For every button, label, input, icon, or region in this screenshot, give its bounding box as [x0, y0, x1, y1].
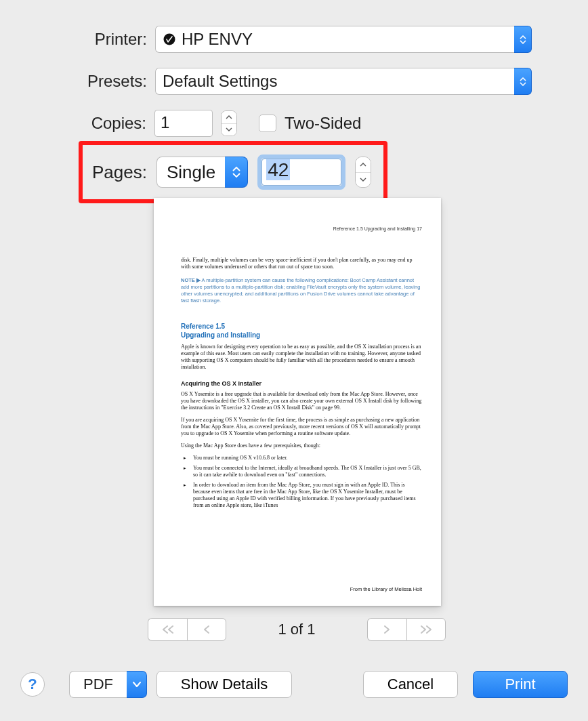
print-preview: Reference 1.5 Upgrading and Installing 1…: [154, 198, 441, 606]
printer-status-icon: [163, 33, 176, 46]
copies-stepper[interactable]: [221, 110, 237, 136]
copies-step-up[interactable]: [222, 111, 236, 124]
preview-nav-back-group: [148, 618, 226, 641]
preview-sub-p1: OS X Yosemite is a free upgrade that is …: [181, 391, 422, 411]
preview-header: Reference 1.5 Upgrading and Installing 1…: [181, 226, 422, 232]
presets-value: Default Settings: [163, 72, 277, 91]
show-details-button[interactable]: Show Details: [156, 671, 292, 698]
preview-section-body: Apple is known for designing every opera…: [181, 344, 422, 371]
preview-bullet: You must be connected to the Internet, i…: [189, 465, 422, 478]
printer-name: HP ENVY: [182, 30, 253, 49]
prev-page-button[interactable]: [187, 618, 226, 641]
preview-lead: disk. Finally, multiple volumes can be v…: [181, 257, 422, 270]
pages-step-down[interactable]: [356, 173, 371, 188]
pages-highlight: Pages: Single 42: [79, 141, 387, 203]
presets-select[interactable]: Default Settings: [155, 68, 514, 95]
svg-point-0: [164, 34, 175, 45]
pages-step-up[interactable]: [356, 157, 371, 173]
copies-label: Copies:: [76, 114, 146, 133]
pdf-menu-button[interactable]: PDF: [69, 671, 127, 698]
preview-bullet: In order to download an item from the Ma…: [189, 482, 422, 509]
preview-footer: From the Library of Melissa Holt: [350, 586, 422, 592]
help-button[interactable]: ?: [20, 672, 45, 697]
last-page-button[interactable]: [406, 618, 446, 641]
preview-bullets: You must be running OS X v10.6.8 or late…: [181, 455, 422, 509]
printer-select[interactable]: HP ENVY: [155, 26, 514, 53]
copies-input[interactable]: 1: [154, 110, 213, 137]
printer-label: Printer:: [82, 30, 147, 49]
preview-sub-p2: If you are acquiring OS X Yosemite for t…: [181, 417, 422, 437]
pages-label: Pages:: [92, 162, 147, 183]
printer-select-arrow[interactable]: [514, 26, 532, 53]
pages-stepper[interactable]: [355, 157, 371, 188]
pdf-menu-arrow[interactable]: [127, 671, 147, 698]
page-indicator: 1 of 1: [278, 621, 315, 638]
next-page-button[interactable]: [367, 618, 406, 641]
two-sided-label: Two-Sided: [285, 114, 361, 133]
cancel-button[interactable]: Cancel: [363, 671, 458, 698]
two-sided-checkbox[interactable]: [259, 115, 276, 132]
pages-mode-arrow[interactable]: [225, 157, 248, 188]
pages-number-input[interactable]: 42: [261, 159, 341, 186]
preview-note: NOTE ▶ A multiple-partition system can c…: [181, 277, 422, 305]
preview-section-heading: Reference 1.5 Upgrading and Installing: [181, 322, 422, 339]
preview-subhead: Acquiring the OS X Installer: [181, 380, 422, 388]
print-button[interactable]: Print: [473, 671, 568, 698]
preview-nav-forward-group: [367, 618, 446, 641]
presets-label: Presets:: [82, 72, 147, 91]
copies-step-down[interactable]: [222, 124, 236, 136]
pages-mode-select[interactable]: Single: [156, 157, 225, 188]
preview-bullet: You must be running OS X v10.6.8 or late…: [189, 455, 422, 461]
first-page-button[interactable]: [148, 618, 187, 641]
preview-sub-p3: Using the Mac App Store does have a few …: [181, 442, 422, 449]
presets-select-arrow[interactable]: [514, 68, 532, 95]
